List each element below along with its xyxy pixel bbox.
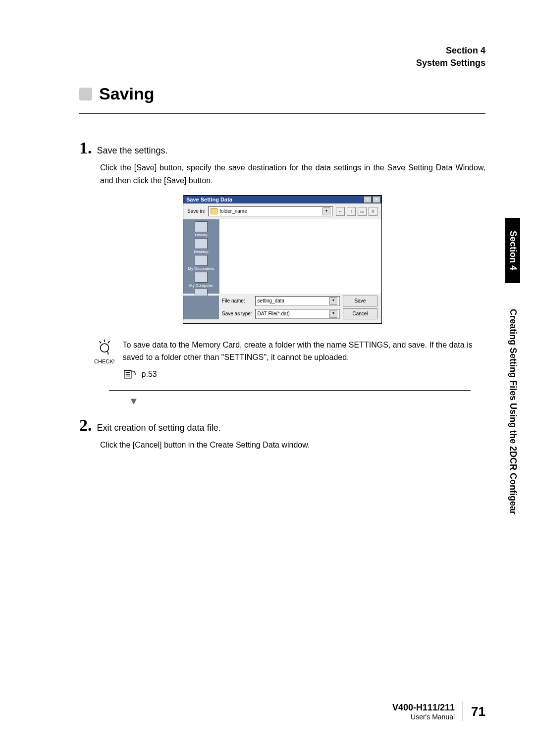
divider	[109, 390, 471, 391]
model-number: V400-H111/211	[392, 703, 455, 713]
side-tab-section: Section 4	[505, 218, 520, 283]
folder-name: folder_name	[219, 208, 247, 214]
check-icon: CHECK!	[94, 339, 115, 381]
places-documents[interactable]: My Documents	[188, 255, 214, 271]
note-text: To save data to the Memory Card, create …	[123, 339, 485, 364]
help-button[interactable]: ?	[364, 196, 372, 203]
step-2-title: Exit creation of setting data file.	[97, 423, 221, 433]
section-label: Section 4	[79, 45, 485, 57]
places-bar: History Desktop My Documents My Computer…	[183, 219, 219, 294]
divider	[79, 113, 485, 114]
page-number: 71	[471, 704, 485, 719]
step-1-title: Save the settings.	[97, 146, 168, 156]
page-title: Saving	[99, 84, 154, 103]
svg-line-2	[108, 341, 109, 343]
check-label: CHECK!	[94, 357, 115, 366]
save-type-select[interactable]: DAT File(*.dat)▾	[255, 309, 340, 319]
save-type-label: Save as type:	[222, 311, 252, 316]
step-1-number: 1.	[79, 139, 92, 157]
places-history[interactable]: History	[195, 221, 208, 237]
places-desktop[interactable]: Desktop	[194, 238, 208, 254]
reference-icon	[123, 369, 137, 380]
manual-label: User's Manual	[392, 713, 455, 721]
save-in-select[interactable]: folder_name ▾	[208, 206, 333, 216]
down-arrow-icon: ▼	[129, 396, 485, 407]
new-folder-icon[interactable]: ▭	[358, 207, 367, 216]
step-2-body: Click the [Cancel] button in the Create …	[100, 439, 485, 452]
save-button[interactable]: Save	[343, 296, 377, 306]
side-tab-title: Creating Setting Files Using the 2DCR Co…	[508, 309, 518, 514]
back-icon[interactable]: ←	[336, 207, 345, 216]
title-bullet	[79, 88, 92, 101]
up-folder-icon[interactable]: ↑	[347, 207, 356, 216]
reference-page: p.53	[142, 368, 157, 381]
cancel-button[interactable]: Cancel	[343, 308, 377, 319]
view-menu-icon[interactable]: ≡	[369, 207, 377, 216]
svg-point-3	[100, 344, 108, 352]
step-2-number: 2.	[79, 416, 92, 435]
file-name-input[interactable]: setting_data▾	[255, 296, 340, 306]
footer-separator	[463, 702, 463, 721]
file-name-label: File name:	[222, 298, 252, 303]
file-list-area[interactable]	[219, 219, 381, 294]
folder-icon	[211, 208, 217, 214]
dialog-title: Save Setting Data	[186, 197, 232, 202]
section-subtitle: System Settings	[79, 57, 485, 69]
save-in-label: Save in:	[187, 208, 205, 214]
close-button[interactable]: ×	[373, 196, 380, 203]
save-dialog: Save Setting Data ? × Save in: folder_na…	[183, 195, 382, 324]
step-1-body: Click the [Save] button, specify the sav…	[100, 161, 485, 187]
chevron-down-icon[interactable]: ▾	[322, 207, 330, 215]
places-computer[interactable]: My Computer	[189, 272, 213, 288]
svg-line-1	[100, 341, 101, 343]
